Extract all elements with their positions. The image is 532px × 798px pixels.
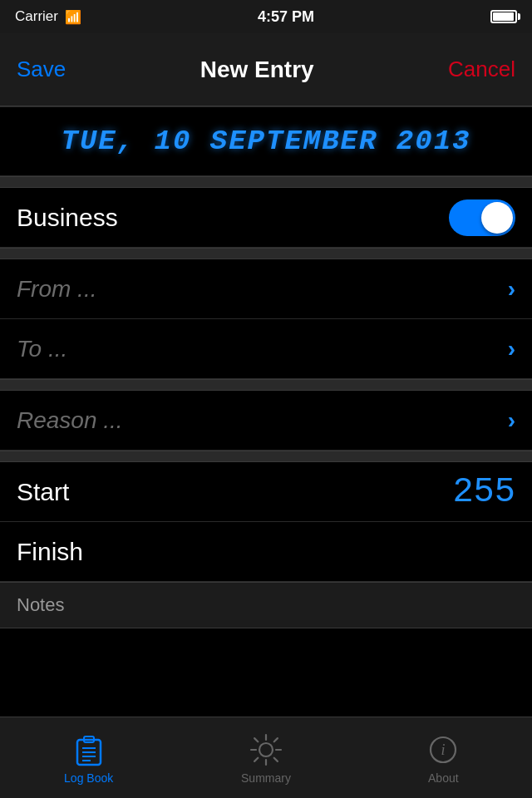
battery-icon [490,10,517,23]
logbook-icon [71,732,107,768]
tab-summary[interactable]: Summary [177,732,354,785]
svg-line-11 [254,738,258,741]
cancel-button[interactable]: Cancel [448,57,515,82]
toggle-track [449,200,515,236]
from-row[interactable]: From ... › [0,259,532,319]
location-section: From ... › To ... › [0,259,532,379]
finish-row[interactable]: Finish [0,522,532,582]
to-placeholder: To ... [17,336,67,362]
to-row[interactable]: To ... › [0,319,532,379]
notes-label: Notes [17,594,64,615]
tab-about[interactable]: i About [355,732,532,785]
business-label: Business [17,204,118,232]
reason-placeholder: Reason ... [17,407,123,434]
business-row[interactable]: Business [0,188,532,248]
section-gap-2 [0,248,532,259]
about-icon: i [425,732,461,768]
svg-text:i: i [441,741,446,758]
reason-chevron-icon: › [508,407,515,434]
tab-summary-label: Summary [241,771,291,785]
nav-bar: Save New Entry Cancel [0,33,532,106]
section-gap-3 [0,379,532,391]
start-row[interactable]: Start 255 [0,462,532,522]
tab-logbook[interactable]: Log Book [0,732,177,785]
start-label: Start [17,478,69,506]
svg-line-14 [254,757,258,761]
date-text: TUE, 10 SEPTEMBER 2013 [62,126,471,157]
business-toggle[interactable] [449,200,515,236]
save-button[interactable]: Save [17,57,66,82]
start-value: 255 [452,472,515,512]
status-left: Carrier 📶 [15,8,81,25]
finish-label: Finish [17,538,83,566]
status-bar: Carrier 📶 4:57 PM [0,0,532,33]
tab-about-label: About [428,771,459,785]
tab-bar: Log Book Summary i About [0,717,532,798]
section-gap-1 [0,176,532,188]
page-title: New Entry [200,57,314,83]
from-placeholder: From ... [17,276,96,303]
status-time: 4:57 PM [258,8,314,26]
wifi-icon: 📶 [65,9,81,25]
to-chevron-icon: › [508,336,515,362]
summary-icon [248,732,284,768]
toggle-thumb [481,202,513,234]
carrier-label: Carrier [15,8,58,25]
reason-row[interactable]: Reason ... › [0,391,532,451]
date-display: TUE, 10 SEPTEMBER 2013 [0,106,532,176]
svg-point-6 [259,743,273,756]
section-gap-4 [0,451,532,462]
notes-section: Notes [0,582,532,628]
svg-line-13 [274,738,278,741]
from-chevron-icon: › [508,276,515,303]
tab-logbook-label: Log Book [64,771,113,785]
svg-line-12 [274,757,278,761]
